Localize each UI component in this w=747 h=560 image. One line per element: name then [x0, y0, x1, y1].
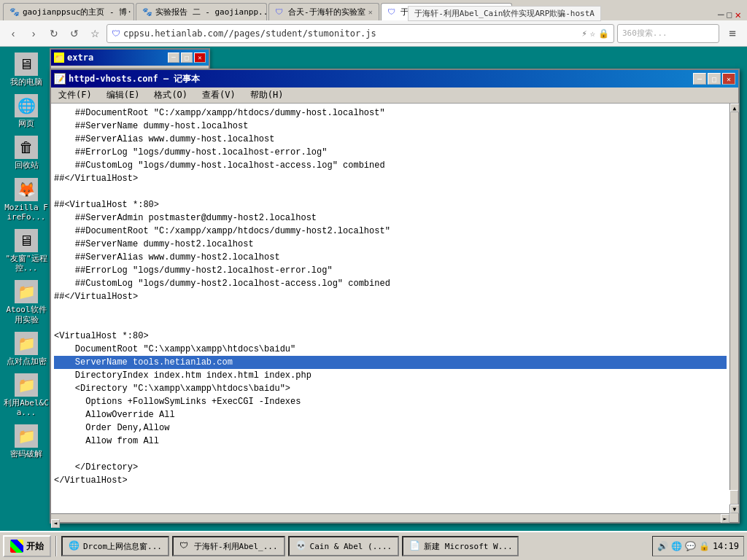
scroll-down-button[interactable]: ▼ — [730, 505, 739, 513]
scroll-left-button[interactable]: ◄ — [51, 519, 60, 528]
taskbar-divider — [55, 536, 57, 556]
word-task-label: 新建 Microsoft W... — [424, 541, 512, 552]
taskbar-systray: 🔊 🌐 💬 🔒 14:19 — [652, 536, 744, 556]
menu-edit[interactable]: 编辑(E) — [102, 88, 144, 103]
code-line-0: ##DocumentRoot "C:/xampp/xampp/htdocs/du… — [54, 106, 727, 120]
abel-task-icon: 🛡 — [179, 540, 191, 552]
code-line-4: ##CustomLog "logs/dummy-host.localhost-a… — [54, 159, 727, 172]
menu-file[interactable]: 文件(F) — [54, 88, 96, 103]
password-label: 密码破解 — [10, 449, 42, 459]
tab-1-label: gaojianppsuc的主页 - 博·... — [23, 7, 134, 18]
tab-3-close[interactable]: ✕ — [368, 8, 373, 16]
network-icon: 🌐 — [15, 94, 38, 117]
notepad-scrollbar-v[interactable]: ▲ ▼ — [729, 104, 738, 513]
code-line-22: Options +FollowSymLinks +ExecCGI -Indexe… — [54, 395, 727, 408]
extra-close[interactable]: ✕ — [194, 52, 206, 63]
notepad-minimize[interactable]: ─ — [693, 73, 706, 85]
abel-task-label: 于海轩-利用Abel_... — [194, 541, 278, 552]
notepad-close[interactable]: ✕ — [722, 73, 735, 85]
back-button[interactable]: ‹ — [4, 25, 22, 42]
atool-label: Atool软件用实验 — [3, 305, 50, 324]
taskbar-cain[interactable]: 💀 Cain & Abel (.... — [288, 536, 400, 556]
tab-2[interactable]: 🐾 实验报告 二 - gaojianpp... ✕ — [136, 3, 267, 20]
desktop-icon-remote[interactable]: 🖥 "友窗"远程控... — [3, 229, 50, 273]
code-line-23: AllowOverride All — [54, 408, 727, 421]
notepad-file-icon: 📝 — [54, 73, 66, 85]
code-line-21: <Directory "C:\xampp\xampp\htdocs\baidu"… — [54, 382, 727, 395]
menu-help[interactable]: 帮助(H) — [246, 88, 288, 103]
atool-icon: 📁 — [15, 280, 38, 303]
browser-minimize[interactable]: ─ — [718, 9, 724, 20]
code-line-25: Allow from All — [54, 435, 727, 448]
browser-maximize[interactable]: □ — [727, 9, 732, 20]
address-shield-icon: 🛡 — [112, 28, 120, 39]
lock-icon[interactable]: 🔒 — [598, 28, 609, 39]
bookmark-button[interactable]: ☆ — [86, 25, 104, 42]
extra-minimize[interactable]: ─ — [168, 52, 179, 63]
address-text: cppsu.hetianlab.com//pages/student/stumo… — [123, 28, 582, 39]
notepad-scrollbar-h[interactable]: ◄ ► — [51, 513, 729, 522]
notepad-menubar: 文件(F) 编辑(E) 格式(O) 查看(V) 帮助(H) — [51, 88, 738, 104]
extra-win-controls: ─ □ ✕ — [168, 52, 206, 63]
desktop-icon-password[interactable]: 📁 密码破解 — [3, 424, 50, 459]
menu-view[interactable]: 查看(V) — [198, 88, 240, 103]
extra-folder-icon: 📁 — [54, 52, 64, 63]
search-placeholder: 360搜索... — [622, 28, 667, 39]
system-clock: 14:19 — [713, 541, 739, 551]
code-line-5: ##</VirtualHost> — [54, 172, 727, 185]
tab-3-icon: 🛡 — [275, 7, 285, 18]
refresh-alt-button[interactable]: ↺ — [66, 25, 83, 42]
desktop-icon-atool[interactable]: 📁 Atool软件用实验 — [3, 280, 50, 324]
start-button[interactable]: 开始 — [3, 535, 51, 557]
firefox-icon: 🦊 — [15, 178, 38, 201]
taskbar-drcom[interactable]: 🌐 Drcom上网信息窗... — [61, 536, 169, 556]
desktop-icon-abel[interactable]: 📁 利用Abel&Ca... — [3, 373, 50, 417]
desktop-icon-network[interactable]: 🌐 网页 — [3, 94, 50, 128]
drcom-icon: 🌐 — [69, 540, 80, 552]
code-line-24: Order Deny,Allow — [54, 421, 727, 435]
password-icon: 📁 — [15, 424, 38, 448]
drcom-label: Drcom上网信息窗... — [83, 541, 162, 552]
menu-format[interactable]: 格式(O) — [150, 88, 192, 103]
taskbar-word[interactable]: 📄 新建 Microsoft W... — [402, 536, 519, 556]
browser-close[interactable]: ✕ — [735, 9, 741, 20]
taskbar-abel[interactable]: 🛡 于海轩-利用Abel_... — [172, 536, 285, 556]
recycle-icon: 🗑 — [15, 136, 38, 159]
code-line-27: </Directory> — [54, 461, 727, 474]
code-line-18: DocumentRoot "C:\xampp\xampp\htdocs\baid… — [54, 343, 727, 356]
notepad-win-controls: ─ □ ✕ — [693, 73, 735, 85]
code-line-16 — [54, 316, 727, 330]
desktop-icon-pointadd[interactable]: 📁 点对点加密 — [3, 332, 50, 366]
reload-button[interactable]: ↻ — [45, 25, 63, 42]
desktop-icon-firefox[interactable]: 🦊 Mozilla FireFo... — [3, 178, 50, 222]
browser-chrome: 🐾 gaojianppsuc的主页 - 博·... ✕ 🐾 实验报告 二 - g… — [0, 0, 747, 47]
windows-logo — [10, 540, 23, 553]
desktop-icon-recycle[interactable]: 🗑 回收站 — [3, 136, 50, 170]
star-icon[interactable]: ☆ — [590, 28, 595, 39]
code-line-11: ##ServerAlias www.dummy-host2.localhost — [54, 251, 727, 264]
search-box[interactable]: 360搜索... — [617, 24, 719, 43]
code-line-6 — [54, 185, 727, 198]
remote-icon: 🖥 — [15, 229, 38, 252]
browser-menu-button[interactable]: ≡ — [722, 24, 743, 43]
desktop-icon-my-pc[interactable]: 🖥 我的电脑 — [3, 52, 50, 87]
scroll-thumb-v[interactable] — [729, 490, 738, 505]
lightning-icon[interactable]: ⚡ — [582, 28, 587, 39]
start-label: 开始 — [26, 540, 44, 553]
forward-button[interactable]: › — [25, 25, 42, 42]
extra-maximize[interactable]: □ — [181, 52, 193, 63]
systray-icon-2: 🌐 — [671, 541, 682, 551]
code-line-8: ##ServerAdmin postmaster@dummy-host2.loc… — [54, 211, 727, 225]
notepad-content[interactable]: ##DocumentRoot "C:/xampp/xampp/htdocs/du… — [51, 104, 729, 513]
scroll-right-button[interactable]: ► — [721, 514, 729, 523]
address-bar[interactable]: 🛡 cppsu.hetianlab.com//pages/student/stu… — [107, 24, 614, 43]
scroll-up-button[interactable]: ▲ — [730, 104, 739, 112]
tab-3-label: 合天-于海轩的实验室 — [288, 7, 365, 18]
notepad-maximize[interactable]: □ — [708, 73, 721, 85]
network-label: 网页 — [18, 119, 34, 128]
notepad-title-left: 📝 httpd-vhosts.conf — 记事本 — [54, 73, 201, 85]
tab-3[interactable]: 🛡 合天-于海轩的实验室 ✕ — [268, 3, 379, 20]
tab-1-icon: 🐾 — [9, 7, 20, 18]
tab-1[interactable]: 🐾 gaojianppsuc的主页 - 博·... ✕ — [3, 3, 134, 20]
systray-icon-3: 💬 — [685, 541, 696, 551]
